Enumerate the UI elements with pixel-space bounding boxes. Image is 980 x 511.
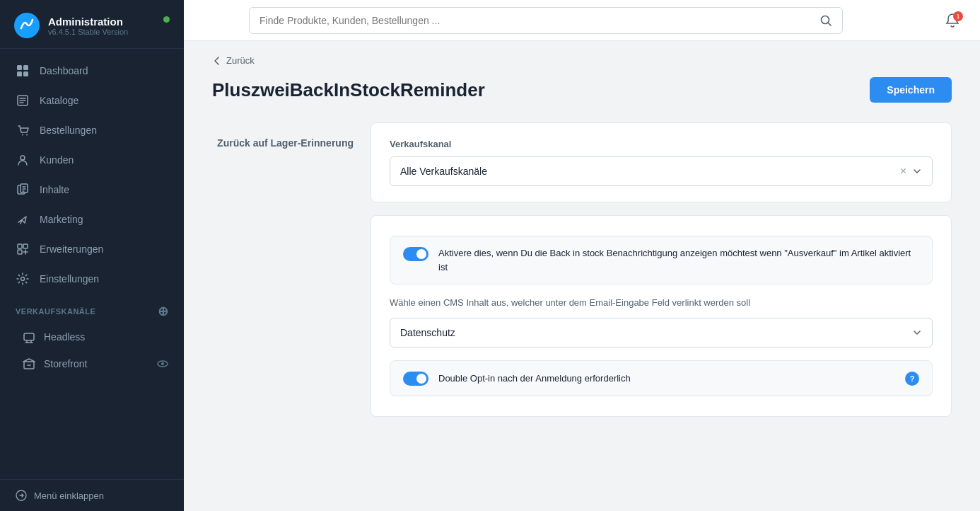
storefront-visibility-icon[interactable] [157,358,168,369]
svg-point-9 [22,134,23,136]
form-area: Verkaufskanal Alle Verkaufskanäle × [371,122,952,417]
svg-point-10 [26,134,28,136]
toggle-row-2: Double Opt-in nach der Anmeldung erforde… [390,360,933,396]
form-layout: Zurück auf Lager-Erinnerung Verkaufskana… [212,122,952,417]
app-logo [14,13,40,38]
svg-point-29 [161,362,164,365]
cms-select[interactable]: Datenschutz [390,318,933,348]
cms-value: Datenschutz [400,327,912,338]
cms-label: Wähle einen CMS Inhalt aus, welcher unte… [390,297,933,308]
svg-rect-18 [18,244,22,248]
sidebar-item-label-kunden: Kunden [40,154,74,166]
sales-channels-label: Verkaufskanäle [16,307,95,316]
svg-point-11 [21,156,25,160]
sidebar-item-einstellungen[interactable]: Einstellungen [0,264,184,294]
svg-rect-1 [17,65,22,70]
sidebar-item-label-marketing: Marketing [40,214,83,225]
page-header: PluszweiBackInStockReminder Speichern [212,77,952,103]
sidebar-nav: Dashboard Kataloge Bestellungen Kunden I… [0,49,184,479]
search-box[interactable] [249,7,843,34]
dashboard-icon [16,64,30,78]
sales-channel-value: Alle Verkaufskanäle [400,166,900,177]
headless-icon [23,331,35,343]
catalog-icon [16,93,30,108]
sidebar-item-marketing[interactable]: Marketing [0,205,184,234]
svg-rect-19 [23,244,28,248]
sales-channel-card: Verkaufskanal Alle Verkaufskanäle × [371,122,952,202]
options-card: Aktivere dies, wenn Du die Back in stock… [371,215,952,417]
svg-rect-20 [18,250,22,254]
sidebar-item-label-bestellungen: Bestellungen [40,125,97,136]
settings-icon [16,272,30,286]
toggle-2-slider [403,372,428,386]
svg-rect-2 [23,65,28,70]
cms-chevron-icon [912,328,922,338]
collapse-icon [16,490,27,501]
marketing-icon [16,212,30,226]
page-content: Zurück PluszweiBackInStockReminder Speic… [184,41,980,511]
topbar-right: 1 [945,13,960,28]
sidebar-item-headless[interactable]: Headless [0,323,184,350]
notification-button[interactable]: 1 [945,13,960,28]
svg-point-0 [14,13,40,38]
back-arrow-icon [212,56,222,66]
sales-channel-inner: Verkaufskanal Alle Verkaufskanäle × [371,123,951,202]
sidebar-item-label-dashboard: Dashboard [40,65,88,76]
sidebar-item-kunden[interactable]: Kunden [0,145,184,175]
status-dot [163,16,170,23]
app-name: Administration [48,16,128,28]
cms-section: Wähle einen CMS Inhalt aus, welcher unte… [390,297,933,348]
toggle-1-slider [403,247,428,261]
notification-badge: 1 [953,11,963,21]
sidebar-item-erweiterungen[interactable]: Erweiterungen [0,234,184,264]
app-version: v6.4.5.1 Stable Version [48,28,128,36]
select-clear-icon[interactable]: × [900,165,906,178]
sidebar-item-label-storefront: Storefront [44,358,87,369]
sidebar-header: Administration v6.4.5.1 Stable Version [0,0,184,49]
storefront-icon [23,357,35,370]
section-label-block: Zurück auf Lager-Erinnerung [212,122,354,417]
sales-channel-select[interactable]: Alle Verkaufskanäle × [390,156,933,186]
sidebar-item-label-headless: Headless [44,331,85,343]
sidebar-item-label-erweiterungen: Erweiterungen [40,243,103,255]
collapse-label: Menü einklappen [34,490,104,501]
svg-rect-4 [23,71,28,76]
extensions-icon [16,242,30,256]
sidebar: Administration v6.4.5.1 Stable Version D… [0,0,184,511]
contents-icon [16,183,30,197]
back-label: Zurück [226,55,255,66]
search-icon[interactable] [819,14,832,27]
select-chevron-icon [912,166,922,176]
customers-icon [16,153,30,167]
sidebar-item-inhalte[interactable]: Inhalte [0,175,184,205]
sidebar-item-kataloge[interactable]: Kataloge [0,86,184,115]
svg-point-21 [21,277,25,281]
app-title-block: Administration v6.4.5.1 Stable Version [48,16,128,36]
sidebar-item-bestellungen[interactable]: Bestellungen [0,115,184,145]
back-button[interactable]: Zurück [212,55,952,66]
section-label: Zurück auf Lager-Erinnerung [217,137,354,149]
svg-rect-3 [17,71,22,76]
orders-icon [16,123,30,137]
topbar: 1 [184,0,980,41]
sales-channels-section: Verkaufskanäle ⊕ [0,294,184,323]
svg-line-32 [829,23,832,25]
add-sales-channel-button[interactable]: ⊕ [158,304,169,319]
sidebar-item-label-einstellungen: Einstellungen [40,273,99,285]
svg-point-31 [822,16,829,23]
save-button[interactable]: Speichern [870,77,952,103]
page-title: PluszweiBackInStockReminder [212,79,485,101]
toggle-1[interactable] [403,247,428,261]
search-input[interactable] [259,15,819,26]
sidebar-item-storefront[interactable]: Storefront [0,350,184,377]
help-icon[interactable]: ? [905,372,919,386]
toggle-1-label: Aktivere dies, wenn Du die Back in stock… [438,246,919,274]
sidebar-item-dashboard[interactable]: Dashboard [0,56,184,86]
svg-rect-22 [24,333,34,340]
collapse-menu-button[interactable]: Menü einklappen [0,479,184,511]
toggle-2-label: Double Opt-in nach der Anmeldung erforde… [438,372,631,386]
sidebar-item-label-inhalte: Inhalte [40,184,69,195]
toggle-2[interactable] [403,372,428,386]
toggle-row-1: Aktivere dies, wenn Du die Back in stock… [390,236,933,285]
main-content: 1 Zurück PluszweiBackInStockReminder Spe… [184,0,980,511]
